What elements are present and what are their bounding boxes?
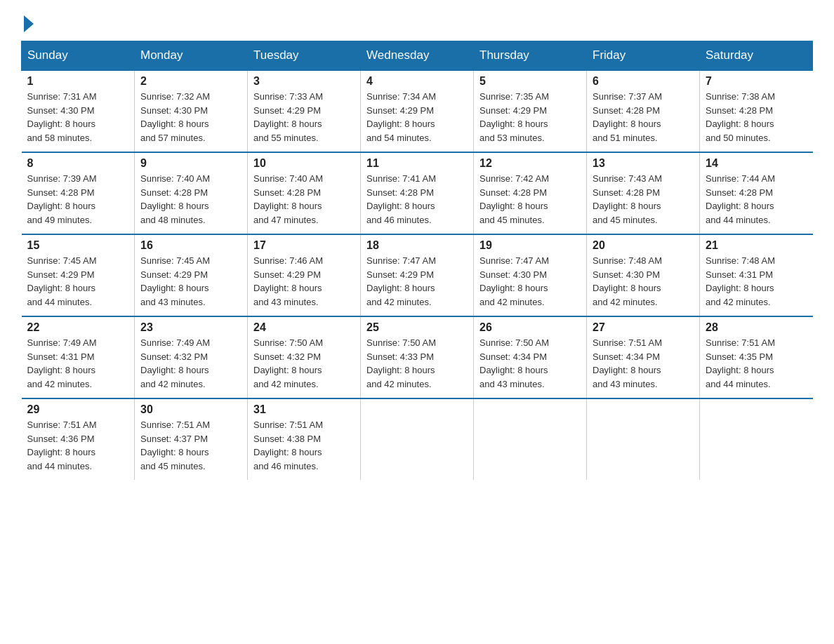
calendar-cell: 7Sunrise: 7:38 AMSunset: 4:28 PMDaylight… xyxy=(700,70,813,152)
day-info: Sunrise: 7:51 AMSunset: 4:35 PMDaylight:… xyxy=(706,337,775,389)
day-number: 20 xyxy=(593,239,694,252)
day-info: Sunrise: 7:51 AMSunset: 4:37 PMDaylight:… xyxy=(140,420,210,471)
calendar-cell: 26Sunrise: 7:50 AMSunset: 4:34 PMDayligh… xyxy=(474,316,587,398)
calendar-week-row: 29Sunrise: 7:51 AMSunset: 4:36 PMDayligh… xyxy=(22,398,813,480)
calendar-cell: 29Sunrise: 7:51 AMSunset: 4:36 PMDayligh… xyxy=(22,398,135,480)
calendar-cell: 18Sunrise: 7:47 AMSunset: 4:29 PMDayligh… xyxy=(361,234,474,316)
calendar-cell: 17Sunrise: 7:46 AMSunset: 4:29 PMDayligh… xyxy=(248,234,361,316)
calendar-cell: 6Sunrise: 7:37 AMSunset: 4:28 PMDaylight… xyxy=(587,70,700,152)
day-info: Sunrise: 7:48 AMSunset: 4:30 PMDaylight:… xyxy=(593,255,662,307)
calendar-cell: 4Sunrise: 7:34 AMSunset: 4:29 PMDaylight… xyxy=(361,70,474,152)
page-header xyxy=(21,14,813,29)
day-info: Sunrise: 7:32 AMSunset: 4:30 PMDaylight:… xyxy=(140,91,210,143)
day-info: Sunrise: 7:47 AMSunset: 4:29 PMDaylight:… xyxy=(366,255,436,307)
calendar-cell xyxy=(700,398,813,480)
day-info: Sunrise: 7:50 AMSunset: 4:32 PMDaylight:… xyxy=(253,337,323,389)
day-number: 3 xyxy=(253,75,355,88)
calendar-cell: 1Sunrise: 7:31 AMSunset: 4:30 PMDaylight… xyxy=(22,70,135,152)
day-info: Sunrise: 7:39 AMSunset: 4:28 PMDaylight:… xyxy=(27,173,97,225)
calendar-week-row: 22Sunrise: 7:49 AMSunset: 4:31 PMDayligh… xyxy=(22,316,813,398)
weekday-header: Friday xyxy=(587,41,700,71)
day-number: 30 xyxy=(140,403,241,416)
day-info: Sunrise: 7:38 AMSunset: 4:28 PMDaylight:… xyxy=(706,91,775,143)
calendar-cell xyxy=(587,398,700,480)
day-number: 27 xyxy=(593,321,694,334)
calendar-cell xyxy=(474,398,587,480)
day-number: 22 xyxy=(27,321,129,334)
calendar-cell: 9Sunrise: 7:40 AMSunset: 4:28 PMDaylight… xyxy=(135,152,248,234)
day-number: 15 xyxy=(27,239,129,252)
calendar-cell: 25Sunrise: 7:50 AMSunset: 4:33 PMDayligh… xyxy=(361,316,474,398)
day-number: 17 xyxy=(253,239,355,252)
weekday-header: Sunday xyxy=(22,41,135,71)
calendar-cell: 16Sunrise: 7:45 AMSunset: 4:29 PMDayligh… xyxy=(135,234,248,316)
day-info: Sunrise: 7:48 AMSunset: 4:31 PMDaylight:… xyxy=(706,255,775,307)
day-number: 5 xyxy=(479,75,581,88)
day-info: Sunrise: 7:51 AMSunset: 4:34 PMDaylight:… xyxy=(593,337,662,389)
day-info: Sunrise: 7:34 AMSunset: 4:29 PMDaylight:… xyxy=(366,91,436,143)
calendar-cell: 31Sunrise: 7:51 AMSunset: 4:38 PMDayligh… xyxy=(248,398,361,480)
weekday-header-row: SundayMondayTuesdayWednesdayThursdayFrid… xyxy=(22,41,813,71)
day-number: 9 xyxy=(140,157,241,170)
day-info: Sunrise: 7:49 AMSunset: 4:31 PMDaylight:… xyxy=(27,337,97,389)
day-info: Sunrise: 7:37 AMSunset: 4:28 PMDaylight:… xyxy=(593,91,662,143)
calendar-cell: 5Sunrise: 7:35 AMSunset: 4:29 PMDaylight… xyxy=(474,70,587,152)
logo xyxy=(21,14,34,29)
day-info: Sunrise: 7:45 AMSunset: 4:29 PMDaylight:… xyxy=(140,255,210,307)
calendar-cell: 2Sunrise: 7:32 AMSunset: 4:30 PMDaylight… xyxy=(135,70,248,152)
weekday-header: Tuesday xyxy=(248,41,361,71)
day-number: 16 xyxy=(140,239,241,252)
day-info: Sunrise: 7:51 AMSunset: 4:36 PMDaylight:… xyxy=(27,420,97,471)
day-info: Sunrise: 7:33 AMSunset: 4:29 PMDaylight:… xyxy=(253,91,323,143)
day-number: 28 xyxy=(706,321,807,334)
calendar-cell: 12Sunrise: 7:42 AMSunset: 4:28 PMDayligh… xyxy=(474,152,587,234)
logo-arrow-icon xyxy=(24,15,34,32)
day-info: Sunrise: 7:31 AMSunset: 4:30 PMDaylight:… xyxy=(27,91,97,143)
day-number: 31 xyxy=(253,403,355,416)
calendar-cell: 3Sunrise: 7:33 AMSunset: 4:29 PMDaylight… xyxy=(248,70,361,152)
weekday-header: Monday xyxy=(135,41,248,71)
calendar-cell: 13Sunrise: 7:43 AMSunset: 4:28 PMDayligh… xyxy=(587,152,700,234)
day-number: 29 xyxy=(27,403,129,416)
day-number: 12 xyxy=(479,157,581,170)
day-number: 10 xyxy=(253,157,355,170)
day-number: 18 xyxy=(366,239,468,252)
calendar-cell: 11Sunrise: 7:41 AMSunset: 4:28 PMDayligh… xyxy=(361,152,474,234)
weekday-header: Wednesday xyxy=(361,41,474,71)
calendar-week-row: 1Sunrise: 7:31 AMSunset: 4:30 PMDaylight… xyxy=(22,70,813,152)
day-info: Sunrise: 7:46 AMSunset: 4:29 PMDaylight:… xyxy=(253,255,323,307)
day-info: Sunrise: 7:45 AMSunset: 4:29 PMDaylight:… xyxy=(27,255,97,307)
calendar-cell: 28Sunrise: 7:51 AMSunset: 4:35 PMDayligh… xyxy=(700,316,813,398)
calendar-cell: 23Sunrise: 7:49 AMSunset: 4:32 PMDayligh… xyxy=(135,316,248,398)
calendar-cell: 8Sunrise: 7:39 AMSunset: 4:28 PMDaylight… xyxy=(22,152,135,234)
day-info: Sunrise: 7:44 AMSunset: 4:28 PMDaylight:… xyxy=(706,173,775,225)
day-number: 25 xyxy=(366,321,468,334)
calendar-cell: 30Sunrise: 7:51 AMSunset: 4:37 PMDayligh… xyxy=(135,398,248,480)
calendar-cell xyxy=(361,398,474,480)
day-number: 2 xyxy=(140,75,241,88)
day-info: Sunrise: 7:43 AMSunset: 4:28 PMDaylight:… xyxy=(593,173,662,225)
day-number: 24 xyxy=(253,321,355,334)
day-number: 8 xyxy=(27,157,129,170)
day-number: 4 xyxy=(366,75,468,88)
day-number: 7 xyxy=(706,75,807,88)
day-info: Sunrise: 7:51 AMSunset: 4:38 PMDaylight:… xyxy=(253,420,323,471)
day-number: 14 xyxy=(706,157,807,170)
calendar-cell: 21Sunrise: 7:48 AMSunset: 4:31 PMDayligh… xyxy=(700,234,813,316)
day-info: Sunrise: 7:42 AMSunset: 4:28 PMDaylight:… xyxy=(479,173,549,225)
day-number: 23 xyxy=(140,321,241,334)
day-info: Sunrise: 7:35 AMSunset: 4:29 PMDaylight:… xyxy=(479,91,549,143)
day-number: 11 xyxy=(366,157,468,170)
day-number: 26 xyxy=(479,321,581,334)
weekday-header: Thursday xyxy=(474,41,587,71)
logo-top xyxy=(21,14,34,32)
day-info: Sunrise: 7:40 AMSunset: 4:28 PMDaylight:… xyxy=(253,173,323,225)
day-number: 19 xyxy=(479,239,581,252)
calendar-cell: 22Sunrise: 7:49 AMSunset: 4:31 PMDayligh… xyxy=(22,316,135,398)
day-number: 1 xyxy=(27,75,129,88)
calendar-cell: 19Sunrise: 7:47 AMSunset: 4:30 PMDayligh… xyxy=(474,234,587,316)
calendar-cell: 27Sunrise: 7:51 AMSunset: 4:34 PMDayligh… xyxy=(587,316,700,398)
calendar-cell: 20Sunrise: 7:48 AMSunset: 4:30 PMDayligh… xyxy=(587,234,700,316)
day-info: Sunrise: 7:50 AMSunset: 4:33 PMDaylight:… xyxy=(366,337,436,389)
calendar-cell: 14Sunrise: 7:44 AMSunset: 4:28 PMDayligh… xyxy=(700,152,813,234)
